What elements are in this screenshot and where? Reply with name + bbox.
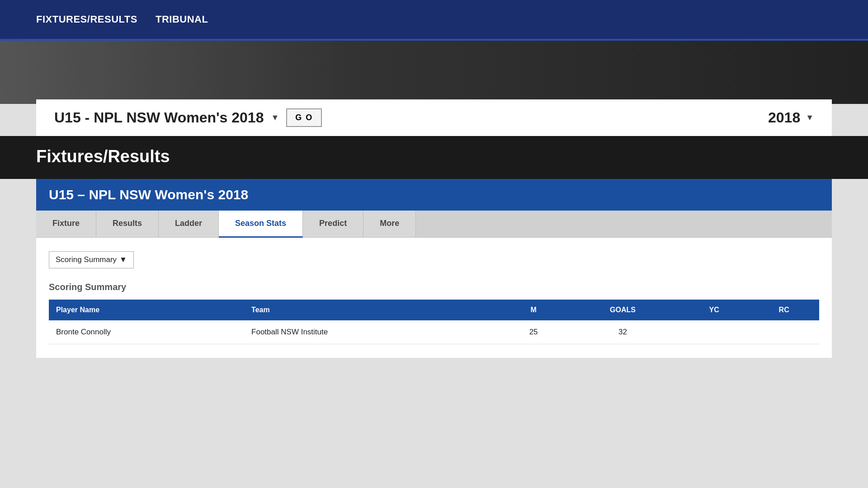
year-dropdown-arrow[interactable]: ▼ xyxy=(806,113,814,122)
cell-team: Football NSW Institute xyxy=(244,320,501,344)
th-goals: GOALS xyxy=(566,300,679,320)
th-yc: YC xyxy=(679,300,749,320)
stats-dropdown[interactable]: Scoring Summary ▼ xyxy=(49,251,134,268)
top-nav: FIXTURES/RESULTS TRIBUNAL xyxy=(0,0,868,41)
year-value: 2018 xyxy=(768,109,800,126)
table-header-row: Player Name Team M GOALS YC RC xyxy=(49,300,819,320)
tab-predict[interactable]: Predict xyxy=(303,211,363,237)
table-row: Bronte Connolly Football NSW Institute 2… xyxy=(49,320,819,344)
comp-selector-bar: U15 - NPL NSW Women's 2018 ▼ G O 2018 ▼ xyxy=(36,99,832,136)
th-team: Team xyxy=(244,300,501,320)
cell-yc xyxy=(679,320,749,344)
nav-tribunal[interactable]: TRIBUNAL xyxy=(156,14,208,25)
cell-goals: 32 xyxy=(566,320,679,344)
th-m: M xyxy=(501,300,566,320)
cell-m: 25 xyxy=(501,320,566,344)
comp-selector-left: U15 - NPL NSW Women's 2018 ▼ G O xyxy=(54,108,322,127)
th-rc: RC xyxy=(749,300,819,320)
hero-banner xyxy=(0,41,868,104)
stats-dropdown-arrow: ▼ xyxy=(119,255,127,264)
tab-season-stats[interactable]: Season Stats xyxy=(219,211,303,238)
tab-more[interactable]: More xyxy=(363,211,416,237)
page-title-bar: Fixtures/Results xyxy=(0,136,868,179)
stats-dropdown-label: Scoring Summary xyxy=(56,255,117,264)
stats-table: Player Name Team M GOALS YC RC Bronte Co… xyxy=(49,300,819,344)
content-body: Scoring Summary ▼ Scoring Summary Player… xyxy=(36,238,832,358)
nav-fixtures-results[interactable]: FIXTURES/RESULTS xyxy=(36,14,137,25)
cell-player-name: Bronte Connolly xyxy=(49,320,244,344)
section-header: U15 – NPL NSW Women's 2018 xyxy=(36,179,832,211)
tab-results[interactable]: Results xyxy=(96,211,159,237)
go-button[interactable]: G O xyxy=(286,108,322,127)
cell-rc xyxy=(749,320,819,344)
tab-ladder[interactable]: Ladder xyxy=(159,211,219,237)
page-title: Fixtures/Results xyxy=(36,147,832,166)
section-title: U15 – NPL NSW Women's 2018 xyxy=(49,187,819,202)
year-selector: 2018 ▼ xyxy=(768,109,814,126)
main-content: U15 – NPL NSW Women's 2018 Fixture Resul… xyxy=(36,179,832,358)
tab-bar: Fixture Results Ladder Season Stats Pred… xyxy=(36,211,832,238)
scoring-summary-heading: Scoring Summary xyxy=(49,282,819,292)
tab-fixture[interactable]: Fixture xyxy=(36,211,96,237)
comp-dropdown-arrow[interactable]: ▼ xyxy=(271,113,279,122)
comp-name: U15 - NPL NSW Women's 2018 xyxy=(54,109,264,126)
th-player-name: Player Name xyxy=(49,300,244,320)
